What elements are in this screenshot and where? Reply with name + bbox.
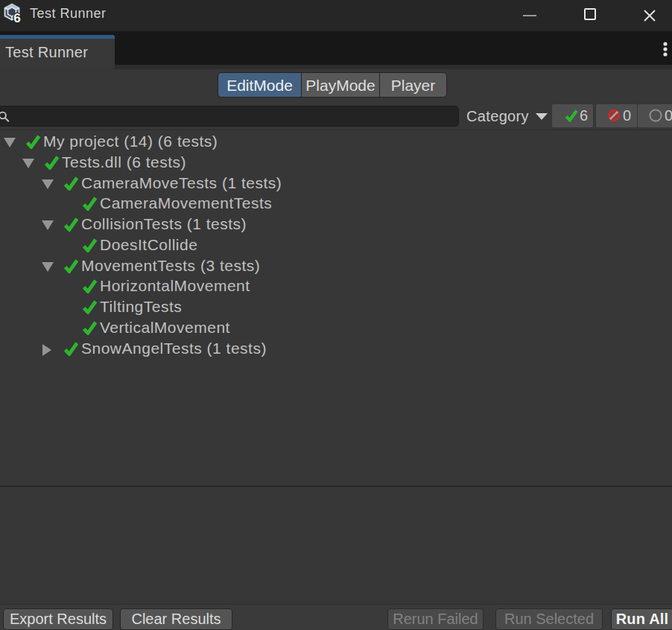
svg-text:6: 6 xyxy=(13,11,20,23)
